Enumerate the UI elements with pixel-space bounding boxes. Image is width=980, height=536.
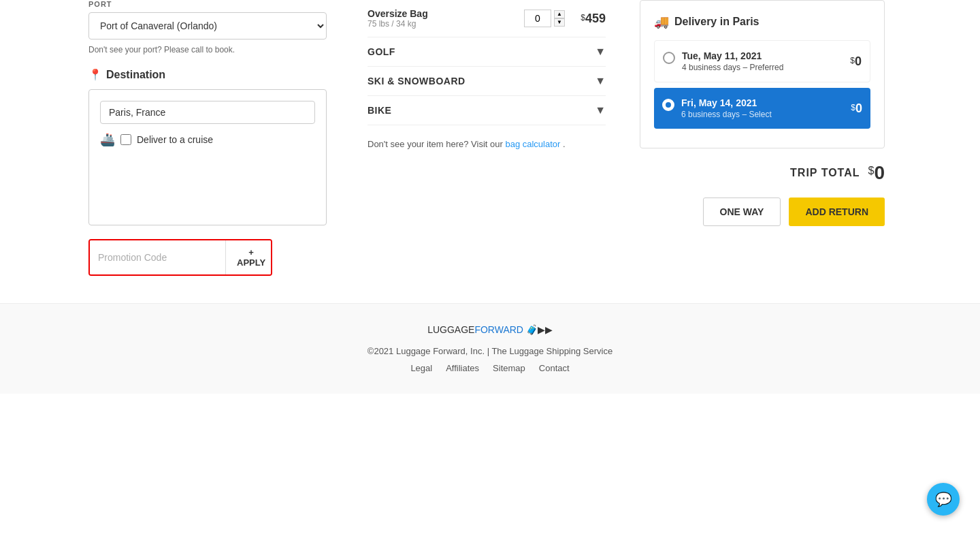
cruise-checkbox[interactable] [120, 134, 131, 145]
delivery-radio-1: Fri, May 14, 2021 6 business days – Sele… [662, 97, 851, 119]
delivery-radio-0: Tue, May 11, 2021 4 business days – Pref… [663, 50, 850, 72]
qty-down-button[interactable]: ▼ [554, 18, 565, 27]
delivery-currency-0: $ [850, 56, 855, 65]
promo-box: + APPLY [88, 239, 272, 276]
qty-arrows: ▲ ▼ [554, 10, 565, 27]
delivery-days-0: 4 business days – Preferred [682, 63, 783, 72]
destination-input[interactable] [100, 101, 315, 124]
footer-link-contact[interactable]: Contact [539, 363, 570, 373]
radio-circle-0 [663, 52, 675, 64]
destination-title: Destination [106, 69, 165, 81]
footer-link-sitemap[interactable]: Sitemap [493, 363, 525, 373]
bike-category-row[interactable]: BIKE ▼ [368, 96, 606, 125]
trip-total-label: TRIP TOTAL [790, 167, 860, 179]
bike-category-arrow: ▼ [595, 104, 606, 116]
port-label: PORT [88, 0, 333, 8]
logo-luggage: LUGGAGE [427, 324, 474, 335]
delivery-info-1: Fri, May 14, 2021 6 business days – Sele… [681, 97, 772, 119]
ski-category-name: SKI & SNOWBOARD [368, 76, 466, 86]
footer: LUGGAGEFORWARD 🧳▶▶ ©2021 Luggage Forward… [0, 303, 980, 394]
golf-category-row[interactable]: GOLF ▼ [368, 37, 606, 67]
bike-category-name: BIKE [368, 105, 391, 116]
delivery-info-0: Tue, May 11, 2021 4 business days – Pref… [682, 50, 783, 72]
oversize-bag-qty-input[interactable] [524, 10, 551, 27]
destination-section: 📍 Destination 🚢 Deliver to a cruise [88, 68, 333, 225]
destination-header: 📍 Destination [88, 68, 333, 81]
delivery-currency-1: $ [851, 103, 855, 112]
oversize-bag-weight: 75 lbs / 34 kg [368, 19, 524, 29]
oversize-bag-qty: ▲ ▼ [524, 10, 565, 27]
ski-category-row[interactable]: SKI & SNOWBOARD ▼ [368, 67, 606, 96]
main-content: PORT Port of Canaveral (Orlando) Port of… [0, 0, 980, 303]
left-panel: PORT Port of Canaveral (Orlando) Port of… [0, 0, 354, 276]
right-panel: 🚚 Delivery in Paris Tue, May 11, 2021 4 … [619, 0, 980, 276]
port-select[interactable]: Port of Canaveral (Orlando) Port of Miam… [88, 12, 327, 40]
trip-total-price: $0 [868, 162, 885, 184]
footer-logo: LUGGAGEFORWARD 🧳▶▶ [0, 324, 980, 335]
radio-circle-1 [662, 99, 674, 111]
add-return-button[interactable]: ADD RETURN [789, 198, 885, 226]
footer-link-legal[interactable]: Legal [410, 363, 432, 373]
oversize-bag-name: Oversize Bag [368, 8, 524, 19]
logo-forward: FORWARD [474, 324, 523, 335]
page-wrapper: PORT Port of Canaveral (Orlando) Port of… [0, 0, 980, 536]
truck-icon: 🚚 [654, 14, 669, 29]
promo-apply-button[interactable]: + APPLY [225, 240, 272, 274]
trip-total-row: TRIP TOTAL $0 [640, 162, 885, 184]
chat-icon: 💬 [935, 491, 952, 507]
delivery-price-1: $0 [851, 101, 862, 116]
delivery-date-1: Fri, May 14, 2021 [681, 97, 772, 108]
golf-category-arrow: ▼ [595, 46, 606, 58]
delivery-title: Delivery in Paris [674, 16, 760, 28]
delivery-option-0[interactable]: Tue, May 11, 2021 4 business days – Pref… [654, 40, 870, 82]
one-way-button[interactable]: ONE WAY [703, 198, 781, 226]
ski-category-arrow: ▼ [595, 75, 606, 87]
footer-copyright: ©2021 Luggage Forward, Inc. | The Luggag… [0, 346, 980, 356]
oversize-bag-price: $459 [565, 12, 606, 26]
chat-button[interactable]: 💬 [927, 483, 960, 516]
delivery-price-0: $0 [850, 54, 862, 69]
cruise-label: Deliver to a cruise [137, 134, 213, 145]
delivery-option-1[interactable]: Fri, May 14, 2021 6 business days – Sele… [654, 88, 870, 129]
bag-note: Don't see your item here? Visit our bag … [368, 133, 606, 149]
middle-panel: Oversize Bag 75 lbs / 34 kg ▲ ▼ $459 GOL… [354, 0, 619, 276]
cruise-row: 🚢 Deliver to a cruise [100, 132, 315, 147]
destination-box: 🚢 Deliver to a cruise [88, 89, 327, 225]
action-buttons: ONE WAY ADD RETURN [640, 198, 885, 226]
delivery-days-1: 6 business days – Select [681, 110, 772, 119]
promo-section: + APPLY [88, 239, 333, 276]
bag-calculator-link[interactable]: bag calculator [505, 139, 560, 149]
delivery-section: 🚚 Delivery in Paris Tue, May 11, 2021 4 … [640, 0, 885, 148]
golf-category-name: GOLF [368, 46, 395, 57]
delivery-header: 🚚 Delivery in Paris [654, 14, 870, 29]
oversize-bag-currency: $ [581, 13, 585, 22]
delivery-date-0: Tue, May 11, 2021 [682, 50, 783, 61]
oversize-bag-row: Oversize Bag 75 lbs / 34 kg ▲ ▼ $459 [368, 0, 606, 37]
footer-link-affiliates[interactable]: Affiliates [446, 363, 479, 373]
location-icon: 📍 [88, 68, 102, 81]
cruise-icon: 🚢 [100, 132, 115, 147]
qty-up-button[interactable]: ▲ [554, 10, 565, 18]
footer-links: Legal Affiliates Sitemap Contact [0, 363, 980, 373]
oversize-bag-info: Oversize Bag 75 lbs / 34 kg [368, 8, 524, 29]
port-section: PORT Port of Canaveral (Orlando) Port of… [88, 0, 333, 54]
promo-input[interactable] [90, 240, 225, 274]
port-note: Don't see your port? Please call to book… [88, 45, 333, 54]
